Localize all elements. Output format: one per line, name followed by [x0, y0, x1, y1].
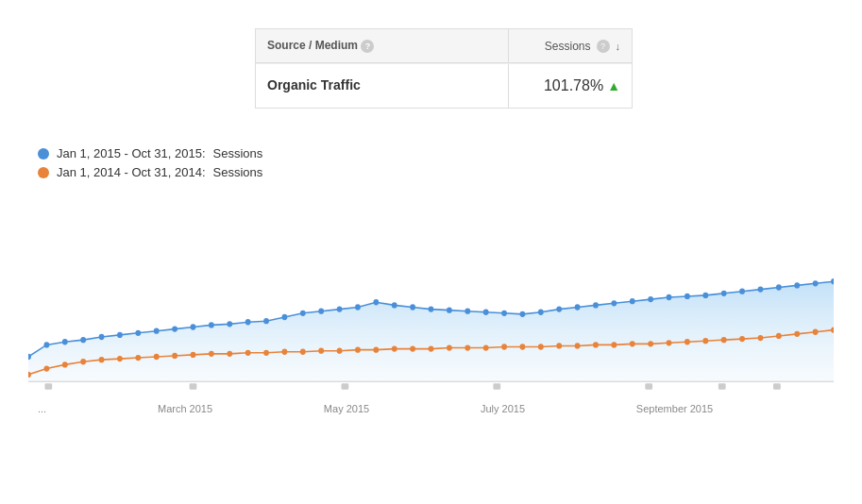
table-row: Organic Traffic 101.78% ▲	[256, 63, 632, 108]
svg-point-71	[501, 344, 507, 349]
source-help-icon[interactable]: ?	[361, 40, 374, 53]
svg-point-14	[282, 314, 288, 320]
svg-point-26	[501, 311, 507, 316]
svg-point-60	[300, 349, 306, 355]
svg-point-52	[154, 354, 160, 360]
svg-rect-91	[190, 383, 197, 389]
svg-point-87	[794, 331, 800, 337]
svg-point-46	[43, 365, 49, 371]
chart-svg	[28, 198, 834, 396]
svg-rect-96	[773, 383, 781, 389]
svg-point-32	[611, 300, 617, 306]
svg-point-62	[337, 348, 343, 354]
svg-point-17	[337, 306, 343, 311]
line-chart: ... March 2015 May 2015 July 2015 Septem…	[28, 198, 834, 396]
svg-point-76	[593, 342, 599, 347]
svg-point-38	[721, 291, 727, 296]
svg-point-69	[465, 344, 470, 350]
legend-item-2015: Jan 1, 2015 - Oct 31, 2015: Sessions	[38, 146, 834, 160]
svg-point-55	[209, 351, 214, 357]
svg-point-80	[667, 340, 672, 345]
sessions-label: Sessions	[545, 40, 591, 53]
svg-point-42	[794, 282, 800, 288]
svg-point-33	[630, 298, 635, 304]
svg-point-48	[80, 359, 86, 364]
svg-point-40	[758, 286, 764, 292]
svg-point-5	[117, 332, 123, 338]
svg-point-47	[62, 361, 68, 367]
svg-point-73	[538, 344, 544, 349]
x-label-september: September 2015	[636, 403, 713, 414]
svg-rect-95	[718, 383, 726, 389]
range2-sessions: Sessions	[213, 165, 263, 179]
source-medium-header: Source / Medium ?	[256, 29, 509, 62]
svg-point-79	[648, 341, 653, 346]
svg-point-29	[556, 306, 562, 311]
svg-point-36	[685, 294, 690, 299]
svg-point-2	[62, 339, 68, 344]
svg-point-25	[483, 310, 489, 315]
svg-point-67	[429, 345, 434, 351]
x-label-march: March 2015	[158, 403, 212, 414]
svg-point-82	[702, 338, 708, 344]
blue-dot-icon	[38, 148, 49, 160]
sessions-help-icon[interactable]: ?	[597, 40, 610, 53]
svg-point-12	[245, 319, 251, 325]
svg-point-49	[99, 357, 105, 362]
svg-point-77	[611, 342, 617, 347]
table-header: Source / Medium ? Sessions ? ↓	[256, 29, 632, 63]
svg-point-23	[447, 308, 452, 313]
sort-icon[interactable]: ↓	[616, 41, 621, 52]
svg-point-16	[318, 309, 324, 314]
svg-point-8	[172, 326, 177, 331]
range1-label: Jan 1, 2015 - Oct 31, 2015:	[57, 146, 206, 160]
x-axis-ticks	[44, 383, 780, 389]
svg-point-3	[80, 337, 86, 343]
svg-point-64	[373, 347, 379, 353]
svg-point-4	[99, 334, 105, 340]
svg-point-28	[538, 310, 544, 315]
svg-point-18	[355, 304, 361, 310]
x-label-may: May 2015	[324, 403, 369, 414]
svg-point-34	[648, 296, 653, 302]
svg-point-53	[172, 353, 177, 359]
svg-point-86	[776, 333, 782, 339]
svg-point-61	[318, 348, 324, 354]
svg-point-15	[300, 311, 306, 316]
svg-rect-90	[44, 383, 52, 389]
svg-point-35	[667, 294, 672, 300]
svg-point-20	[392, 302, 397, 308]
svg-point-85	[758, 335, 764, 341]
svg-point-56	[227, 351, 232, 357]
svg-point-81	[685, 339, 690, 344]
source-medium-label: Source / Medium	[267, 39, 358, 52]
svg-point-19	[373, 299, 379, 305]
svg-point-39	[739, 289, 745, 294]
svg-rect-93	[493, 383, 500, 389]
svg-point-58	[263, 350, 269, 356]
svg-point-1	[43, 342, 49, 347]
svg-point-68	[447, 344, 452, 350]
sessions-value: 101.78% ▲	[509, 64, 632, 108]
svg-point-43	[813, 280, 819, 286]
svg-point-51	[135, 355, 141, 361]
trend-up-icon: ▲	[607, 78, 620, 93]
svg-point-31	[593, 302, 599, 308]
svg-point-78	[630, 341, 635, 346]
svg-point-9	[191, 324, 196, 329]
svg-point-13	[263, 318, 269, 324]
svg-point-59	[282, 349, 288, 355]
legend-item-2014: Jan 1, 2014 - Oct 31, 2014: Sessions	[38, 165, 834, 179]
svg-point-70	[483, 344, 489, 350]
svg-point-66	[410, 345, 415, 351]
svg-point-11	[227, 321, 232, 327]
svg-point-37	[702, 293, 708, 298]
svg-point-65	[392, 345, 397, 351]
x-label-start: ...	[38, 403, 46, 414]
svg-point-21	[410, 304, 415, 310]
svg-point-84	[739, 336, 745, 342]
sessions-number: 101.78%	[544, 77, 603, 94]
svg-point-50	[117, 356, 123, 361]
chart-legend: Jan 1, 2015 - Oct 31, 2015: Sessions Jan…	[38, 146, 834, 179]
svg-point-6	[135, 330, 141, 336]
